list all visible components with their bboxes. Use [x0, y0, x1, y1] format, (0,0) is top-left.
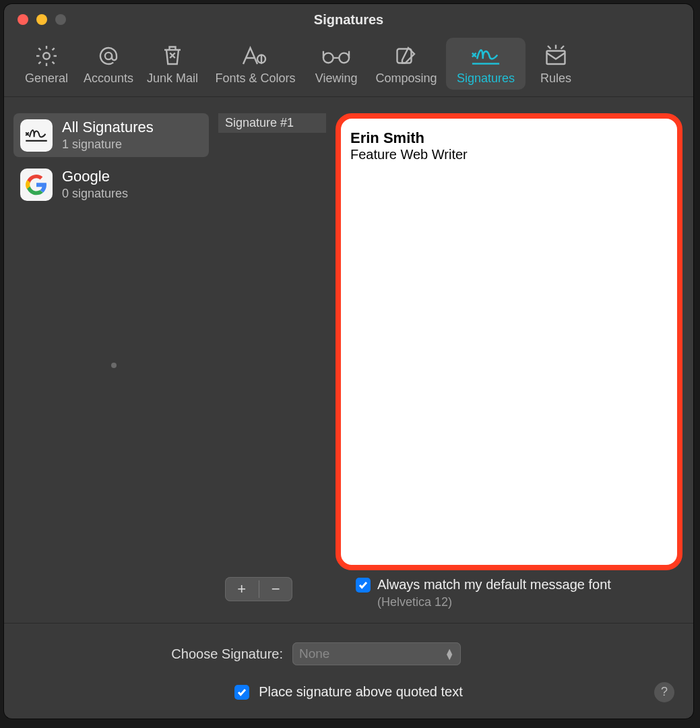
add-remove-control: + −: [225, 577, 292, 601]
signature-line-2: Feature Web Writer: [350, 147, 668, 162]
sidebar-item-name: All Signatures: [62, 119, 154, 136]
maximize-button[interactable]: [55, 14, 66, 25]
traffic-lights: [4, 14, 66, 25]
choose-signature-row: Choose Signature: None ▲▼: [20, 642, 677, 665]
columns: All Signatures 1 signature Google 0 sign…: [4, 97, 693, 570]
match-font-hint: (Helvetica 12): [377, 595, 684, 609]
preferences-window: Signatures General Accounts Junk Mail: [4, 4, 693, 719]
below-row: + − Always match my default message font…: [4, 570, 693, 623]
tab-composing[interactable]: Composing: [367, 38, 446, 90]
tab-label: Fonts & Colors: [216, 71, 296, 86]
svg-point-2: [323, 53, 333, 63]
tab-label: Accounts: [84, 71, 133, 86]
signature-list-item[interactable]: Signature #1: [218, 113, 326, 133]
signature-editor[interactable]: Erin Smith Feature Web Writer: [336, 113, 682, 570]
compose-icon: [394, 42, 418, 70]
tab-general[interactable]: General: [16, 38, 77, 90]
signature-line-1: Erin Smith: [350, 129, 668, 147]
rules-icon: [544, 42, 568, 70]
content-area: All Signatures 1 signature Google 0 sign…: [4, 97, 693, 719]
choose-signature-value: None: [299, 646, 329, 661]
signature-glyph-icon: [20, 119, 53, 152]
tab-label: General: [25, 71, 68, 86]
place-above-checkbox[interactable]: [234, 685, 249, 700]
tab-junk-mail[interactable]: Junk Mail: [140, 38, 205, 90]
add-signature-button[interactable]: +: [225, 580, 259, 598]
chevron-up-down-icon: ▲▼: [445, 648, 454, 659]
sidebar-item-all-signatures[interactable]: All Signatures 1 signature: [13, 113, 209, 157]
help-button[interactable]: ?: [654, 682, 674, 702]
signature-icon: [470, 42, 501, 70]
tab-label: Composing: [376, 71, 437, 86]
svg-point-1: [105, 53, 112, 59]
sidebar-drag-handle[interactable]: [111, 363, 117, 368]
tab-viewing[interactable]: Viewing: [306, 38, 367, 90]
sidebar-item-google[interactable]: Google 0 signatures: [13, 162, 209, 206]
glasses-icon: [321, 42, 351, 70]
place-above-label: Place signature above quoted text: [259, 684, 462, 700]
bottom-section: Choose Signature: None ▲▼ Place signatur…: [4, 623, 693, 719]
preferences-toolbar: General Accounts Junk Mail Fonts & Color…: [4, 35, 693, 97]
google-icon: [20, 169, 53, 201]
tab-signatures[interactable]: Signatures: [446, 38, 526, 90]
sidebar-item-sub: 1 signature: [62, 138, 154, 152]
match-font-label: Always match my default message font: [377, 577, 611, 593]
tab-rules[interactable]: Rules: [526, 38, 586, 90]
trash-icon: [160, 42, 185, 70]
sidebar-item-sub: 0 signatures: [62, 187, 128, 201]
tab-label: Viewing: [315, 71, 358, 86]
tab-label: Rules: [540, 71, 571, 86]
choose-signature-label: Choose Signature:: [20, 646, 283, 662]
remove-signature-button[interactable]: −: [259, 580, 293, 598]
tab-accounts[interactable]: Accounts: [77, 38, 140, 90]
close-button[interactable]: [18, 14, 28, 25]
account-sidebar: All Signatures 1 signature Google 0 sign…: [13, 113, 209, 570]
gear-icon: [34, 42, 59, 70]
fonts-icon: [240, 42, 271, 70]
match-font-checkbox[interactable]: [356, 578, 371, 593]
window-title: Signatures: [4, 12, 693, 28]
sidebar-item-name: Google: [62, 168, 128, 185]
titlebar: Signatures: [4, 4, 693, 35]
tab-fonts-colors[interactable]: Fonts & Colors: [205, 38, 306, 90]
tab-label: Signatures: [457, 71, 515, 86]
minimize-button[interactable]: [36, 14, 47, 25]
svg-point-0: [43, 53, 50, 59]
svg-point-3: [339, 53, 349, 63]
at-icon: [96, 42, 121, 70]
signature-list: Signature #1: [218, 113, 326, 570]
place-above-row: Place signature above quoted text ?: [20, 684, 677, 700]
tab-label: Junk Mail: [147, 71, 198, 86]
match-font-group: Always match my default message font (He…: [336, 577, 684, 609]
choose-signature-select[interactable]: None ▲▼: [292, 642, 461, 665]
svg-rect-5: [547, 51, 565, 65]
